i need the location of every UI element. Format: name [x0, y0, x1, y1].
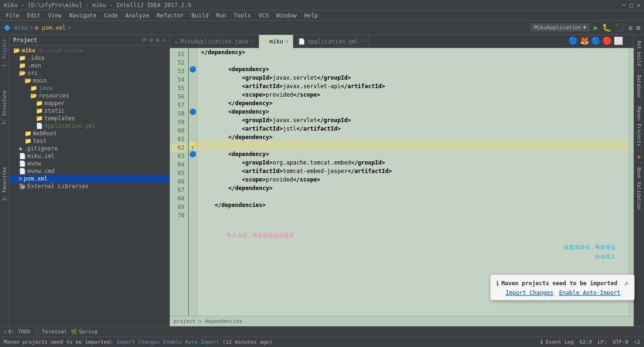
- code-line-60: <artifactId>jstl</artifactId>: [197, 124, 629, 133]
- firefox-icon[interactable]: 🦊: [580, 36, 589, 45]
- close-button[interactable]: ✕: [637, 2, 640, 8]
- code-line-59: <groupId>javax.servlet</groupId>: [197, 116, 629, 124]
- ant-build-tab[interactable]: Ant build: [635, 37, 643, 70]
- line-num-63: 63: [172, 152, 186, 160]
- event-log-button[interactable]: ℹ Event Log: [541, 339, 574, 345]
- code-line-51: </dependency>: [197, 48, 629, 57]
- folder-icon: 📂: [25, 77, 32, 84]
- tree-item-gitignore[interactable]: ◆ .gitignore: [9, 145, 169, 152]
- opera-icon[interactable]: 🔴: [602, 36, 612, 45]
- minimize-button[interactable]: ─: [622, 2, 626, 8]
- menu-item-tools[interactable]: Tools: [230, 12, 255, 19]
- menu-item-help[interactable]: Help: [301, 12, 322, 19]
- run-button[interactable]: ▶: [594, 23, 598, 32]
- file-icon: ◆: [19, 145, 22, 152]
- menu-item-refactor[interactable]: Refactor: [153, 12, 188, 19]
- database-tab[interactable]: Database: [635, 71, 643, 102]
- tree-item-mvnw[interactable]: 📄 mvnw: [9, 160, 169, 167]
- tab-miku-application[interactable]: ☕ MikuApplication.java ✕: [170, 35, 259, 48]
- tab-close-icon[interactable]: ✕: [251, 39, 254, 44]
- collapse-icon[interactable]: ⊟: [150, 37, 153, 43]
- arrow-icon: ↗: [624, 279, 628, 288]
- m-tab[interactable]: m: [635, 152, 643, 163]
- line-num-51: 51: [172, 50, 186, 58]
- status-autoimport-link[interactable]: Enable Auto-Import: [163, 339, 219, 345]
- tab-close-active-icon[interactable]: ✕: [285, 39, 288, 44]
- line-num-67: 67: [172, 186, 186, 194]
- menu-item-view[interactable]: View: [44, 12, 66, 19]
- tree-item-pom-xml[interactable]: m pom.xml: [9, 175, 169, 182]
- tree-item-test[interactable]: 📁 test: [9, 137, 169, 145]
- tree-item-main[interactable]: 📂 main: [9, 77, 169, 84]
- import-changes-link[interactable]: Import Changes: [506, 289, 553, 296]
- bean-validation-tab[interactable]: Bean Validation: [635, 164, 643, 214]
- tree-item-miku[interactable]: 📂 miku D:\zfyPro\miku: [9, 47, 169, 54]
- menu-item-analyze[interactable]: Analyze: [121, 12, 153, 19]
- enable-auto-import-link[interactable]: Enable Auto-Import: [559, 289, 620, 296]
- safari-icon[interactable]: ⬜: [614, 36, 623, 45]
- tree-item-application-yml[interactable]: 📄 application.yml: [9, 122, 169, 130]
- menu-item-edit[interactable]: Edit: [23, 12, 44, 19]
- breadcrumb-pomxml[interactable]: m pom.xml: [35, 25, 66, 31]
- tab-close-yml-icon[interactable]: ✕: [361, 39, 364, 44]
- settings-gear-icon[interactable]: ⚙: [156, 37, 159, 43]
- run-config-selector[interactable]: MikuApplication ▼: [531, 24, 590, 32]
- grid-icon[interactable]: ⊞: [636, 24, 640, 32]
- menu-item-window[interactable]: Window: [272, 12, 300, 19]
- todo-tab[interactable]: ⚠ 6: TODO: [4, 329, 30, 335]
- menu-item-code[interactable]: Code: [100, 12, 122, 19]
- tree-item-mvn[interactable]: 📁 .mvn: [9, 62, 169, 69]
- title-text: miku - [D:\zfyPro\miku] - miku - Intelli…: [4, 2, 191, 8]
- sync-icon[interactable]: ⟳: [142, 37, 147, 43]
- breadcrumb-miku[interactable]: 🔷 miku: [4, 25, 28, 31]
- menu-item-run[interactable]: Run: [212, 12, 230, 19]
- spring-tab[interactable]: 🌿 Spring: [71, 329, 98, 335]
- folder-icon: 📁: [36, 107, 43, 114]
- line-num-53: 53: [172, 67, 186, 75]
- left-panel-toggle[interactable]: 1: Project 7: Structure 2: Favorites: [0, 35, 9, 326]
- structure-tab-label[interactable]: 7: Structure: [1, 89, 8, 126]
- ie-icon[interactable]: 🔵: [591, 36, 601, 45]
- project-tab-label[interactable]: 1: Project: [1, 37, 8, 69]
- terminal-tab[interactable]: ⬛ Terminal: [34, 329, 67, 335]
- code-line-68: [197, 192, 629, 201]
- chrome-icon[interactable]: 🔵: [569, 36, 578, 45]
- tree-item-static[interactable]: 📁 static: [9, 107, 169, 115]
- close-sidebar-icon[interactable]: ✕: [162, 37, 166, 43]
- stop-button[interactable]: ⬛: [615, 23, 625, 32]
- tree-item-java[interactable]: 📁 java: [9, 84, 169, 92]
- tree-item-src[interactable]: 📂 src: [9, 69, 169, 77]
- tree-item-templates[interactable]: 📁 templates: [9, 115, 169, 122]
- gutter-51: [189, 48, 197, 57]
- favorites-tab-label[interactable]: 2: Favorites: [1, 165, 8, 203]
- tab-application-yml[interactable]: 📄 application.yml ✕: [293, 35, 369, 48]
- toolbar-right: MikuApplication ▼ ▶ 🐛 ⬛ ⚙ ⊞: [531, 23, 640, 32]
- tree-item-resources[interactable]: 📂 resources: [9, 92, 169, 99]
- menu-item-navigate[interactable]: Navigate: [66, 12, 100, 19]
- tab-miku-pom[interactable]: m miku ✕: [259, 35, 293, 48]
- maven-projects-tab[interactable]: Maven Projects: [635, 103, 643, 150]
- settings-icon[interactable]: ⚙: [628, 24, 632, 32]
- tree-item-mvnw-cmd[interactable]: 📄 mvnw.cmd: [9, 167, 169, 175]
- warning-icon: ⚠: [4, 329, 7, 335]
- gutter-62[interactable]: 💡: [189, 141, 197, 150]
- window-controls[interactable]: ─ □ ✕: [622, 2, 640, 8]
- tree-item-external-libs[interactable]: 📚 External Libraries: [9, 182, 169, 190]
- tree-item-webroot[interactable]: 📁 WebRoot: [9, 130, 169, 137]
- menu-item-file[interactable]: File: [2, 12, 23, 19]
- debug-button[interactable]: 🐛: [602, 23, 611, 32]
- right-sidebar: Ant build Database Maven Projects m Bean…: [634, 35, 644, 326]
- gutter-53[interactable]: 🔵: [189, 65, 197, 74]
- gutter-63[interactable]: 🔵: [189, 150, 197, 158]
- status-import-link[interactable]: Import Changes: [116, 339, 160, 345]
- tree-item-idea[interactable]: 📁 .idea: [9, 54, 169, 62]
- tree-item-mapper[interactable]: 📁 mapper: [9, 99, 169, 107]
- gutter-58[interactable]: 🔵: [189, 107, 197, 116]
- tree-item-miku-iml[interactable]: 📄 miku.iml: [9, 152, 169, 160]
- maximize-button[interactable]: □: [630, 2, 633, 8]
- line-num-59: 59: [172, 118, 186, 126]
- menu-item-vcs[interactable]: VCS: [255, 12, 273, 19]
- tab-yml-label: application.yml: [308, 38, 359, 45]
- menu-item-build[interactable]: Build: [188, 12, 212, 19]
- folder-icon: 📁: [36, 115, 43, 122]
